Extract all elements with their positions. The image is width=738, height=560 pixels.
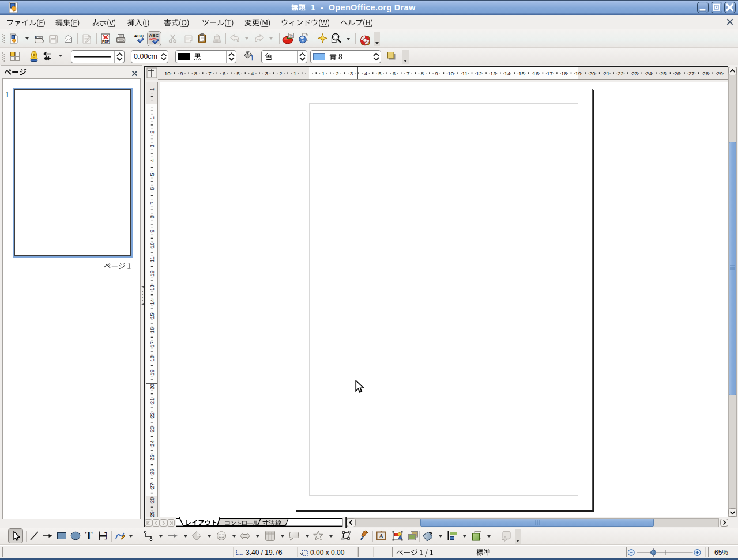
svg-text:19: 19 (149, 370, 155, 376)
svg-text:25: 25 (660, 70, 667, 77)
svg-text:23: 23 (632, 70, 638, 77)
svg-text:10: 10 (164, 70, 171, 77)
svg-text:8: 8 (421, 70, 424, 77)
svg-text:1: 1 (293, 70, 296, 77)
svg-text:5: 5 (237, 70, 240, 77)
svg-text:1: 1 (322, 70, 325, 77)
svg-text:A: A (379, 533, 383, 539)
svg-text:27: 27 (688, 70, 695, 77)
svg-text:12: 12 (476, 70, 483, 77)
svg-text:21: 21 (149, 398, 155, 404)
svg-text:PDF: PDF (102, 39, 110, 43)
svg-text:4: 4 (149, 159, 155, 162)
svg-text:22: 22 (617, 70, 624, 77)
svg-text:29: 29 (149, 511, 155, 517)
svg-text:12: 12 (149, 271, 155, 277)
svg-text:14: 14 (504, 70, 511, 77)
svg-text:9: 9 (180, 70, 183, 77)
svg-text:4: 4 (364, 70, 367, 77)
svg-text:13: 13 (490, 70, 496, 77)
svg-text:25: 25 (149, 455, 155, 461)
svg-text:16: 16 (533, 70, 539, 77)
svg-text:13: 13 (149, 285, 155, 291)
svg-text:14: 14 (149, 299, 155, 305)
svg-text:15: 15 (518, 70, 525, 77)
svg-text:20: 20 (149, 384, 155, 390)
svg-text:17: 17 (547, 70, 553, 77)
svg-text:8: 8 (149, 215, 155, 218)
svg-text:26: 26 (149, 468, 155, 475)
svg-text:28: 28 (149, 497, 155, 504)
svg-text:15: 15 (149, 313, 155, 319)
svg-text:18: 18 (561, 70, 567, 77)
svg-text:29: 29 (717, 70, 723, 77)
svg-text:24: 24 (646, 70, 652, 77)
svg-text:6: 6 (149, 187, 155, 190)
svg-text:22: 22 (149, 412, 155, 418)
svg-text:7: 7 (208, 70, 211, 77)
svg-text:17: 17 (149, 341, 155, 347)
svg-text:2: 2 (279, 70, 282, 77)
svg-text:3: 3 (350, 70, 353, 77)
svg-text:11: 11 (462, 70, 468, 77)
svg-text:1: 1 (149, 88, 155, 91)
svg-text:2: 2 (149, 130, 155, 133)
svg-text:10: 10 (447, 70, 454, 77)
svg-text:8: 8 (194, 70, 197, 77)
svg-text:T: T (85, 530, 93, 542)
svg-text:19: 19 (575, 70, 582, 77)
svg-text:10: 10 (149, 242, 155, 248)
svg-text:7: 7 (149, 201, 155, 204)
svg-text:5: 5 (378, 70, 381, 77)
svg-text:ABC: ABC (149, 33, 159, 38)
svg-text:7: 7 (406, 70, 409, 77)
svg-text:18: 18 (149, 355, 155, 362)
svg-text:6: 6 (393, 70, 396, 77)
svg-text:%: % (289, 33, 293, 37)
svg-text:3: 3 (149, 145, 155, 147)
svg-text:23: 23 (149, 426, 155, 433)
svg-text:27: 27 (149, 483, 155, 489)
svg-text:4: 4 (251, 70, 254, 77)
svg-text:16: 16 (149, 327, 155, 334)
svg-text:9: 9 (149, 229, 155, 232)
svg-text:20: 20 (589, 70, 596, 77)
svg-text:26: 26 (674, 70, 680, 77)
svg-text:21: 21 (604, 70, 610, 77)
svg-text:9: 9 (435, 70, 438, 77)
svg-text:28: 28 (703, 70, 709, 77)
svg-text:11: 11 (149, 256, 155, 262)
svg-text:3: 3 (265, 70, 268, 77)
svg-text:5: 5 (149, 173, 155, 176)
svg-text:24: 24 (149, 440, 155, 447)
svg-text:6: 6 (223, 70, 225, 77)
svg-text:2: 2 (336, 70, 338, 77)
svg-text:1: 1 (149, 116, 155, 119)
